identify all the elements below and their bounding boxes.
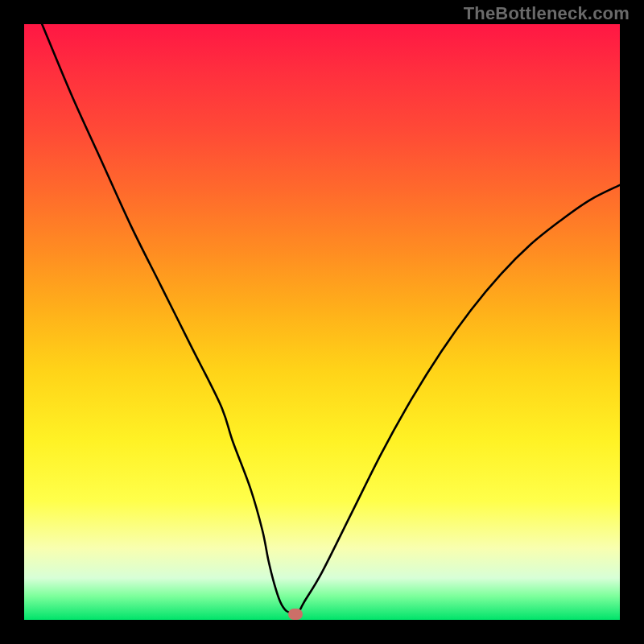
watermark-text: TheBottleneck.com bbox=[464, 3, 630, 24]
chart-frame: TheBottleneck.com bbox=[0, 0, 644, 644]
optimal-point-marker bbox=[288, 609, 303, 620]
bottleneck-curve bbox=[24, 24, 620, 620]
plot-area bbox=[24, 24, 620, 620]
